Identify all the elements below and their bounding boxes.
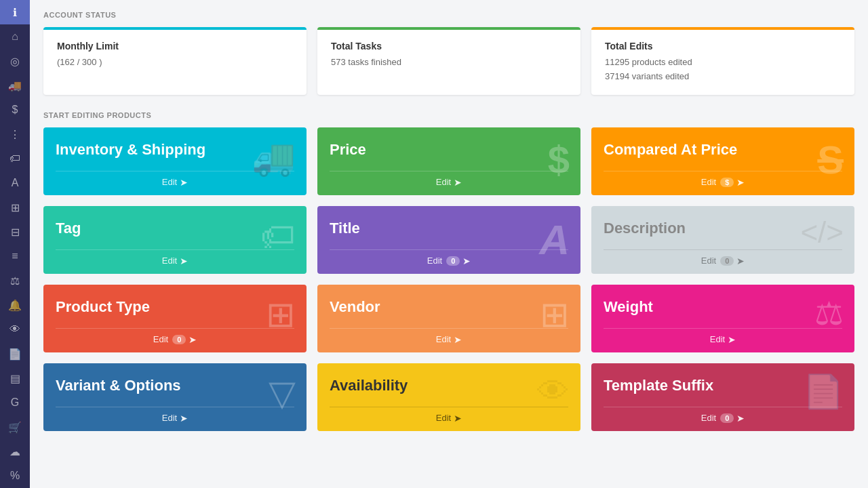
arrow-icon: ➤ xyxy=(189,334,197,345)
stat-tasks-title: Total Tasks xyxy=(331,41,567,52)
stat-monthly-detail: (162 / 300 ) xyxy=(57,56,293,70)
sidebar-icon-google[interactable]: G xyxy=(0,390,30,415)
stat-edits-title: Total Edits xyxy=(605,41,841,52)
sidebar-icon-bell[interactable]: 🔔 xyxy=(0,293,30,317)
stat-card-monthly: Monthly Limit (162 / 300 ) xyxy=(43,27,307,95)
card-product-type-title: Product Type xyxy=(56,298,294,316)
arrow-icon: ➤ xyxy=(454,334,462,345)
sidebar-icon-layers[interactable]: ▤ xyxy=(0,366,30,390)
template-badge: 0 xyxy=(720,413,734,423)
card-availability-title: Availability xyxy=(330,377,568,394)
card-weight-footer[interactable]: Edit ➤ xyxy=(604,328,842,350)
stats-row: Monthly Limit (162 / 300 ) Total Tasks 5… xyxy=(43,27,854,95)
stat-edits-detail: 11295 products edited 37194 variants edi… xyxy=(605,56,841,84)
card-vendor-footer[interactable]: Edit ➤ xyxy=(330,328,568,350)
card-title-title: Title xyxy=(330,220,568,237)
card-tag[interactable]: 🏷 Tag Edit ➤ xyxy=(43,206,307,274)
card-title[interactable]: A Title Edit 0 ➤ xyxy=(317,206,580,274)
card-description-footer[interactable]: Edit 0 ➤ xyxy=(604,249,842,272)
stat-card-tasks: Total Tasks 573 tasks finished xyxy=(317,27,580,95)
card-description-title: Description xyxy=(604,220,842,237)
card-price-title: Price xyxy=(330,141,568,159)
card-weight-title: Weight xyxy=(604,298,842,316)
product-type-badge: 0 xyxy=(172,335,186,344)
cards-grid: 🚚 Inventory & Shipping Edit ➤ $ Price Ed… xyxy=(43,127,854,431)
sidebar-icon-home[interactable]: ⌂ xyxy=(0,24,30,49)
card-weight[interactable]: ⚖ Weight Edit ➤ xyxy=(591,285,854,352)
card-title-footer[interactable]: Edit 0 ➤ xyxy=(330,249,568,272)
arrow-icon: ➤ xyxy=(736,413,745,424)
card-price-footer[interactable]: Edit ➤ xyxy=(330,171,568,193)
arrow-icon: ➤ xyxy=(180,177,188,188)
card-template-title: Template Suffix xyxy=(604,377,842,394)
stat-card-edits: Total Edits 11295 products edited 37194 … xyxy=(591,27,854,95)
card-compared-title: Compared At Price xyxy=(604,141,842,159)
card-availability[interactable]: 👁 Availability Edit ➤ xyxy=(317,363,580,431)
sidebar-icon-balance[interactable]: ⚖ xyxy=(0,268,30,293)
sidebar-icon-eye[interactable]: 👁 xyxy=(0,317,30,342)
main-content: ACCOUNT STATUS Monthly Limit (162 / 300 … xyxy=(30,0,868,488)
card-template-footer[interactable]: Edit 0 ➤ xyxy=(604,407,842,429)
card-compared[interactable]: S Compared At Price Edit $ ➤ xyxy=(591,127,854,195)
arrow-icon: ➤ xyxy=(454,177,462,188)
card-price[interactable]: $ Price Edit ➤ xyxy=(317,127,580,195)
card-product-type-footer[interactable]: Edit 0 ➤ xyxy=(56,328,294,350)
sidebar-icon-cart[interactable]: 🛒 xyxy=(0,415,30,439)
sidebar: ℹ ⌂ ◎ 🚚 $ ⋮ 🏷 A ⊞ ⊟ ≡ ⚖ 🔔 👁 📄 ▤ G 🛒 ☁ % xyxy=(0,0,30,488)
sidebar-icon-truck[interactable]: 🚚 xyxy=(0,73,30,98)
sidebar-icon-cloud[interactable]: ☁ xyxy=(0,439,30,464)
sidebar-icon-file[interactable]: 📄 xyxy=(0,342,30,366)
arrow-icon: ➤ xyxy=(180,413,188,424)
card-variant-footer[interactable]: Edit ➤ xyxy=(56,407,294,429)
stat-tasks-detail: 573 tasks finished xyxy=(331,56,567,70)
card-inventory-footer[interactable]: Edit ➤ xyxy=(56,171,294,193)
card-tag-title: Tag xyxy=(56,220,294,237)
arrow-icon: ➤ xyxy=(736,177,745,188)
card-template[interactable]: 📄 Template Suffix Edit 0 ➤ xyxy=(591,363,854,431)
sidebar-icon-tag[interactable]: 🏷 xyxy=(0,146,30,171)
card-vendor[interactable]: ⊞ Vendor Edit ➤ xyxy=(317,285,580,352)
card-tag-footer[interactable]: Edit ➤ xyxy=(56,249,294,272)
card-inventory-title: Inventory & Shipping xyxy=(56,141,294,159)
sidebar-icon-percent[interactable]: % xyxy=(0,464,30,488)
description-badge: 0 xyxy=(720,256,734,266)
sidebar-icon-font[interactable]: A xyxy=(0,171,30,195)
card-compared-footer[interactable]: Edit $ ➤ xyxy=(604,171,842,193)
sidebar-icon-dollar[interactable]: $ xyxy=(0,98,30,122)
sidebar-icon-grid2[interactable]: ⊞ xyxy=(0,195,30,220)
card-inventory[interactable]: 🚚 Inventory & Shipping Edit ➤ xyxy=(43,127,307,195)
start-editing-title: START EDITING PRODUCTS xyxy=(43,111,854,119)
sidebar-icon-bars[interactable]: ≡ xyxy=(0,244,30,268)
sidebar-icon-target[interactable]: ◎ xyxy=(0,49,30,73)
card-description[interactable]: </> Description Edit 0 ➤ xyxy=(591,206,854,274)
account-status-title: ACCOUNT STATUS xyxy=(43,11,854,19)
card-vendor-title: Vendor xyxy=(330,298,568,316)
arrow-icon: ➤ xyxy=(462,256,471,266)
compared-badge: $ xyxy=(720,178,734,187)
sidebar-icon-grid3[interactable]: ⊟ xyxy=(0,220,30,244)
arrow-icon: ➤ xyxy=(454,413,462,424)
sidebar-icon-dots[interactable]: ⋮ xyxy=(0,122,30,146)
sidebar-icon-info[interactable]: ℹ xyxy=(0,0,30,24)
arrow-icon: ➤ xyxy=(736,256,745,266)
arrow-icon: ➤ xyxy=(728,334,736,345)
card-variant[interactable]: ▽ Variant & Options Edit ➤ xyxy=(43,363,307,431)
card-product-type[interactable]: ⊞ Product Type Edit 0 ➤ xyxy=(43,285,307,352)
card-variant-title: Variant & Options xyxy=(56,377,294,394)
stat-monthly-title: Monthly Limit xyxy=(57,41,293,52)
title-badge: 0 xyxy=(446,256,460,266)
card-availability-footer[interactable]: Edit ➤ xyxy=(330,407,568,429)
arrow-icon: ➤ xyxy=(180,256,188,266)
